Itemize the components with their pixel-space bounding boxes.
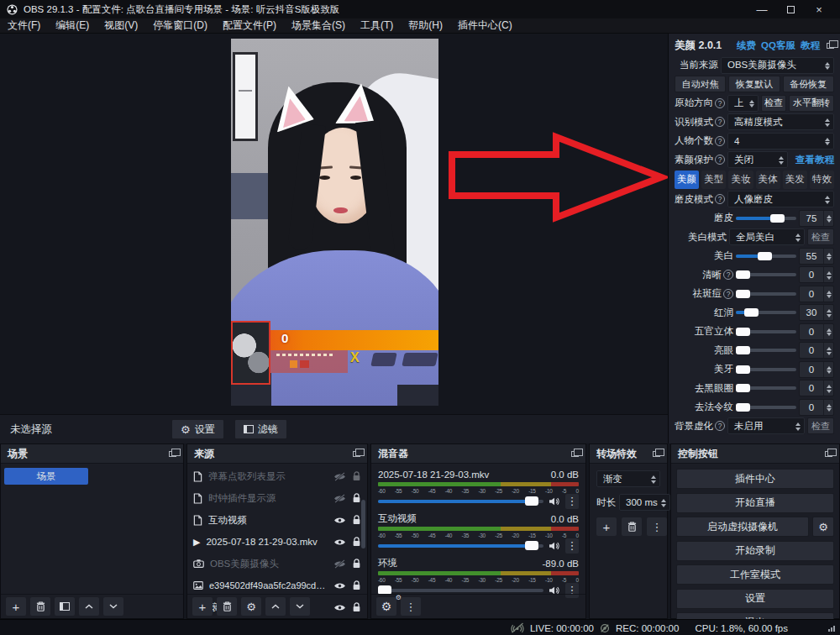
speaker-icon[interactable]: [549, 541, 560, 551]
whiten-value-spinbox[interactable]: 55: [799, 248, 834, 265]
source-row[interactable]: ▶ 2025-07-18 21-29-03.mkv: [187, 531, 367, 553]
slider-handle[interactable]: [736, 346, 750, 354]
volume-slider[interactable]: [378, 589, 543, 592]
bare-face-protect-dropdown[interactable]: 关闭: [727, 151, 788, 168]
maximize-button[interactable]: [776, 0, 805, 18]
lock-icon[interactable]: [352, 493, 361, 503]
lock-icon[interactable]: [352, 580, 361, 590]
help-icon[interactable]: ?: [715, 421, 725, 431]
speaker-icon[interactable]: [549, 496, 560, 506]
help-icon[interactable]: ?: [723, 289, 733, 299]
settings-button[interactable]: 设置: [676, 589, 834, 609]
bokeh-check-button[interactable]: 检查: [807, 417, 834, 434]
duration-spinbox[interactable]: 300 ms: [619, 494, 670, 511]
smooth-mode-dropdown[interactable]: 人像磨皮: [727, 191, 834, 207]
close-button[interactable]: ×: [805, 0, 833, 18]
transition-menu-button[interactable]: ⋮: [647, 517, 667, 536]
detect-mode-dropdown[interactable]: 高精度模式: [727, 113, 834, 130]
slider-handle[interactable]: [736, 328, 750, 336]
slider-handle[interactable]: [736, 270, 750, 279]
move-source-down-button[interactable]: [290, 597, 310, 616]
blemish-value-spinbox[interactable]: 0: [799, 286, 834, 302]
slider-handle[interactable]: [736, 403, 750, 412]
blemish-slider[interactable]: [736, 292, 796, 296]
smooth-value-spinbox[interactable]: 75: [799, 210, 834, 227]
white-mode-dropdown[interactable]: 全局美白: [729, 228, 805, 245]
lock-icon[interactable]: [352, 559, 361, 569]
mixer-menu-button[interactable]: ⋮: [401, 597, 421, 616]
current-source-dropdown[interactable]: OBS美颜摄像头: [721, 57, 834, 74]
source-filters-button[interactable]: 滤镜: [234, 419, 287, 439]
help-icon[interactable]: ?: [715, 98, 725, 108]
teeth-slider[interactable]: [736, 368, 796, 371]
studio-mode-button[interactable]: 工作室模式: [676, 564, 834, 585]
help-icon[interactable]: ?: [715, 194, 725, 204]
transition-type-dropdown[interactable]: 渐变: [596, 470, 660, 487]
start-recording-button[interactable]: 开始录制: [676, 541, 834, 561]
source-settings-button[interactable]: ⚙设置: [171, 419, 224, 439]
menu-tools[interactable]: 工具(T): [353, 18, 401, 33]
scene-filters-button[interactable]: [55, 597, 75, 616]
nasolabial-slider[interactable]: [736, 406, 796, 409]
move-scene-down-button[interactable]: [103, 597, 123, 616]
face-3d-slider[interactable]: [736, 330, 796, 333]
rosy-slider[interactable]: [736, 311, 796, 314]
menu-view[interactable]: 视图(V): [97, 18, 145, 33]
slider-handle[interactable]: [736, 365, 750, 374]
clarity-slider[interactable]: [736, 273, 796, 276]
person-count-spinbox[interactable]: 4: [727, 133, 834, 150]
orientation-dropdown[interactable]: 上: [727, 95, 759, 112]
popout-icon[interactable]: [571, 451, 579, 457]
preview-canvas[interactable]: 0 X: [0, 34, 668, 414]
channel-menu-button[interactable]: ⋮: [565, 538, 579, 554]
source-row[interactable]: 时钟插件显示源: [187, 487, 367, 509]
slider-handle[interactable]: [744, 308, 759, 317]
remove-source-button[interactable]: [217, 597, 237, 616]
tab-body[interactable]: 美体: [756, 171, 780, 189]
face-3d-value-spinbox[interactable]: 0: [799, 323, 834, 340]
start-virtual-camera-button[interactable]: 启动虚拟摄像机: [676, 517, 809, 537]
menu-file[interactable]: 文件(F): [0, 18, 48, 33]
tab-effects[interactable]: 特效: [810, 171, 834, 189]
add-transition-button[interactable]: +: [596, 517, 617, 536]
source-properties-button[interactable]: ⚙: [241, 597, 261, 616]
tab-reshape[interactable]: 美型: [701, 171, 726, 189]
menu-help[interactable]: 帮助(H): [401, 18, 450, 33]
help-icon[interactable]: ?: [723, 270, 733, 280]
help-icon[interactable]: ?: [715, 155, 725, 165]
minimize-button[interactable]: —: [748, 0, 776, 18]
remove-transition-button[interactable]: [622, 517, 642, 536]
bright-eyes-value-spinbox[interactable]: 0: [799, 342, 834, 359]
move-source-up-button[interactable]: [265, 597, 286, 616]
menu-profile[interactable]: 配置文件(P): [215, 18, 284, 33]
dark-circles-slider[interactable]: [736, 386, 796, 390]
start-streaming-button[interactable]: 开始直播: [676, 493, 834, 513]
channel-menu-button[interactable]: ⋮: [565, 494, 579, 509]
add-source-button[interactable]: +: [192, 597, 213, 616]
popout-icon[interactable]: [169, 451, 176, 457]
tab-makeup[interactable]: 美妆: [728, 171, 753, 189]
autofocus-button[interactable]: 自动对焦: [675, 76, 726, 92]
menu-plugin-center[interactable]: 插件中心(C): [450, 18, 520, 33]
slider-handle[interactable]: [736, 290, 750, 298]
view-tutorial-link[interactable]: 查看教程: [795, 154, 834, 166]
virtual-camera-settings-button[interactable]: ⚙: [812, 517, 834, 537]
bright-eyes-slider[interactable]: [736, 349, 796, 352]
source-row[interactable]: OBS美颜摄像头: [187, 553, 367, 575]
volume-handle[interactable]: [525, 541, 538, 550]
tab-beauty[interactable]: 美颜: [675, 171, 699, 189]
help-icon[interactable]: ?: [715, 117, 725, 127]
sources-scrollbar[interactable]: [361, 500, 365, 548]
whiten-slider[interactable]: [736, 255, 796, 258]
eye-hidden-icon[interactable]: [333, 472, 346, 481]
volume-slider[interactable]: [378, 544, 543, 548]
qq-support-link[interactable]: QQ客服: [761, 39, 795, 52]
nasolabial-value-spinbox[interactable]: 0: [799, 399, 834, 416]
add-scene-button[interactable]: +: [6, 597, 26, 616]
volume-handle[interactable]: [525, 496, 538, 506]
menu-scene-collection[interactable]: 场景集合(S): [284, 18, 353, 33]
advanced-audio-button[interactable]: ⚙⚙: [376, 597, 396, 616]
backup-restore-button[interactable]: 备份恢复: [783, 76, 834, 92]
menu-docks[interactable]: 停靠窗口(D): [145, 18, 215, 33]
eye-hidden-icon[interactable]: [333, 559, 346, 569]
